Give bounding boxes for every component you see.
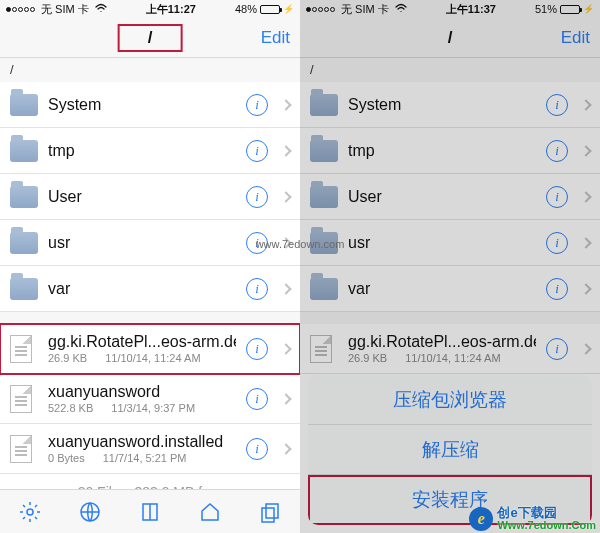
info-button[interactable]: i [246,186,268,208]
status-time: 上午11:27 [107,2,235,17]
list-item[interactable]: User i [0,174,300,220]
watermark: www.7edown.com [256,238,345,250]
battery-icon [260,5,280,14]
globe-icon[interactable] [78,500,102,524]
chevron-right-icon [280,343,291,354]
file-icon [10,385,38,413]
list-item[interactable]: System i [0,82,300,128]
chevron-right-icon [280,443,291,454]
folder-icon [10,229,38,257]
chevron-right-icon [280,99,291,110]
breadcrumb: / [0,58,300,82]
status-bar: 无 SIM 卡 上午11:27 48% ⚡ [0,0,300,18]
info-button[interactable]: i [246,388,268,410]
carrier-text: 无 SIM 卡 [41,2,89,17]
battery-text: 48% [235,3,257,15]
right-screenshot: 无 SIM 卡 上午11:37 51% ⚡ / Edit / System i [300,0,600,533]
file-icon [10,435,38,463]
svg-point-0 [27,509,33,515]
svg-rect-2 [266,504,278,518]
tabs-icon[interactable] [258,500,282,524]
folder-icon [10,275,38,303]
bookmark-icon[interactable] [138,500,162,524]
nav-bar: / Edit [0,18,300,58]
file-icon [10,335,38,363]
chevron-right-icon [280,191,291,202]
folder-icon [10,183,38,211]
home-icon[interactable] [198,500,222,524]
chevron-right-icon [280,393,291,404]
info-button[interactable]: i [246,94,268,116]
edit-button[interactable]: Edit [261,28,290,48]
info-button[interactable]: i [246,438,268,460]
action-sheet: 压缩包浏览器 解压缩 安装程序 [308,375,592,525]
folder-icon [10,91,38,119]
list-item[interactable]: tmp i [0,128,300,174]
info-button[interactable]: i [246,140,268,162]
charging-icon: ⚡ [283,4,294,14]
wifi-icon [95,3,107,15]
file-list[interactable]: System i tmp i User i usr i [0,82,300,489]
list-footer: 20 Files, 383.9 MB free [0,474,300,489]
info-button[interactable]: i [246,278,268,300]
ie-icon: e [469,507,493,531]
info-button[interactable]: i [246,338,268,360]
list-item[interactable]: gg.ki.RotatePl...eos-arm.deb 26.9 KB11/1… [0,324,300,374]
action-unzip[interactable]: 解压缩 [308,425,592,475]
left-screenshot: 无 SIM 卡 上午11:27 48% ⚡ / Edit / System i [0,0,300,533]
list-item[interactable]: xuanyuansword.installed 0 Bytes11/7/14, … [0,424,300,474]
list-item[interactable]: var i [0,266,300,312]
chevron-right-icon [280,145,291,156]
settings-icon[interactable] [18,500,42,524]
svg-rect-3 [262,508,274,522]
action-zip-browser[interactable]: 压缩包浏览器 [308,375,592,425]
chevron-right-icon [280,283,291,294]
site-badge: e 创e下载园 Www.7edown.Com [469,507,596,531]
page-title: / [118,24,183,52]
bottom-toolbar [0,489,300,533]
folder-icon [10,137,38,165]
list-item[interactable]: xuanyuansword 522.8 KB11/3/14, 9:37 PM i [0,374,300,424]
